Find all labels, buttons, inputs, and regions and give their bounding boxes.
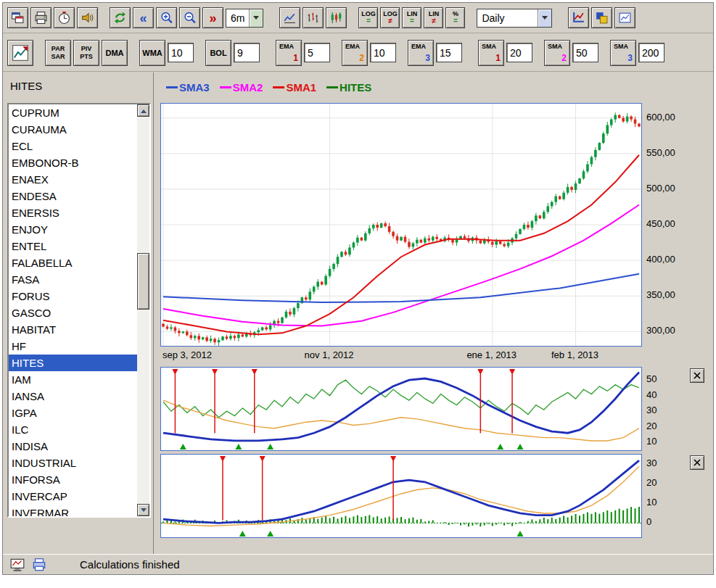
list-item[interactable]: FALABELLA [9, 254, 137, 271]
sma2-period-input[interactable] [572, 43, 598, 62]
list-item[interactable]: ECL [9, 138, 137, 154]
zoom-out-button[interactable] [179, 7, 200, 28]
list-item[interactable]: ENERSIS [9, 204, 137, 221]
scale-sub-label: ≠ [432, 17, 436, 25]
percent-scale-button[interactable]: % = [445, 7, 465, 28]
list-item[interactable]: ILC [9, 421, 137, 438]
bollinger-period-input[interactable] [234, 43, 260, 62]
bollinger-button[interactable]: BOL [205, 40, 231, 66]
close-indicator2-button[interactable] [690, 455, 704, 470]
axis-tick-label: 450,00 [646, 218, 675, 229]
monitor-icon [9, 557, 25, 573]
legend-item: HITES [326, 81, 371, 94]
list-item[interactable]: FASA [9, 271, 137, 288]
indicator-window-button[interactable] [568, 7, 589, 28]
ema1-button[interactable]: EMA 1 [276, 40, 302, 66]
axis-tick-label: 10 [646, 436, 657, 447]
wma-period-input[interactable] [168, 43, 194, 62]
print-button[interactable] [30, 7, 52, 28]
list-item[interactable]: EMBONOR-B [9, 154, 137, 171]
list-item[interactable]: IAM [9, 371, 137, 388]
axis-tick-label: nov 1, 2012 [305, 349, 354, 360]
log-scale-notequal-button[interactable]: LOG ≠ [380, 7, 400, 28]
color-settings-button[interactable] [591, 7, 612, 28]
list-item[interactable]: ENJOY [9, 221, 137, 238]
wma-button[interactable]: WMA [139, 40, 165, 66]
list-item[interactable]: INVERMAR [9, 505, 137, 516]
down-arrow-icon [141, 508, 147, 515]
refresh-button[interactable] [110, 7, 131, 28]
main-price-chart[interactable] [160, 103, 642, 347]
indicator1-chart[interactable] [160, 367, 642, 451]
ohlc-chart-icon [306, 11, 320, 25]
list-item[interactable]: HITES [9, 355, 137, 371]
sound-button[interactable] [77, 7, 98, 28]
list-scrollbar[interactable] [137, 104, 149, 516]
sma3-period-input[interactable] [638, 43, 664, 62]
list-item[interactable]: INFORSA [9, 471, 137, 488]
list-item[interactable]: ENDESA [9, 188, 137, 204]
scale-sub-label: ≠ [388, 17, 392, 25]
axis-tick-label: 500,00 [646, 183, 675, 194]
bar-chart-button[interactable] [303, 7, 324, 28]
list-item[interactable]: FORUS [9, 288, 137, 305]
indicator2-chart[interactable] [160, 454, 642, 538]
close-indicator1-button[interactable] [690, 368, 704, 383]
log-scale-equal-button[interactable]: LOG = [358, 7, 378, 28]
scroll-right-button[interactable]: » [202, 7, 223, 28]
frequency-combobox[interactable]: Daily [477, 9, 552, 28]
period-combobox[interactable]: 6m [226, 9, 263, 28]
scroll-left-button[interactable]: « [133, 7, 154, 28]
symbol-list: CUPRUMCURAUMAECLEMBONOR-BENAEXENDESAENER… [9, 104, 137, 516]
list-item[interactable]: IANSA [9, 388, 137, 405]
list-item[interactable]: INDISA [9, 438, 137, 455]
list-item[interactable]: CUPRUM [9, 104, 137, 121]
list-item[interactable]: ENTEL [9, 238, 137, 254]
sma3-button[interactable]: SMA 3 [610, 40, 636, 66]
chart-style-button[interactable] [614, 7, 635, 28]
list-item[interactable]: HABITAT [9, 321, 137, 338]
sma1-period-input[interactable] [506, 43, 532, 62]
zoom-in-button[interactable] [156, 7, 177, 28]
candlestick-button[interactable] [326, 7, 347, 28]
timer-button[interactable] [54, 7, 75, 28]
axis-tick-label: 20 [646, 421, 657, 431]
parabolic-sar-button[interactable]: PAR SAR [45, 40, 71, 66]
line-chart-button[interactable] [279, 7, 300, 28]
sma2-button[interactable]: SMA 2 [544, 40, 570, 66]
list-item[interactable]: INDUSTRIAL [9, 455, 137, 471]
ema2-period-input[interactable] [370, 43, 396, 62]
line-chart-icon [283, 11, 297, 25]
ema1-period-input[interactable] [304, 43, 330, 62]
list-item[interactable]: CURAUMA [9, 121, 137, 138]
dma-button[interactable]: DMA [102, 40, 128, 66]
list-item[interactable]: IGPA [9, 405, 137, 421]
symbol-listbox[interactable]: CUPRUMCURAUMAECLEMBONOR-BENAEXENDESAENER… [7, 103, 151, 518]
ema3-period-input[interactable] [436, 43, 462, 62]
list-item[interactable]: HF [9, 338, 137, 355]
list-item[interactable]: ENAEX [9, 171, 137, 188]
pivot-points-button[interactable]: PIV PTS [73, 40, 99, 66]
lin-scale-notequal-button[interactable]: LIN ≠ [424, 7, 443, 28]
print-report-button[interactable] [30, 556, 48, 573]
refresh-icon [113, 11, 127, 25]
frequency-dropdown-button[interactable] [538, 9, 551, 27]
pattern-scan-button[interactable] [7, 40, 33, 66]
new-window-button[interactable] [7, 7, 28, 28]
period-dropdown-button[interactable] [249, 9, 263, 27]
scrollbar-thumb[interactable] [137, 253, 149, 310]
candlestick-icon [329, 11, 343, 25]
sma1-button[interactable]: SMA 1 [478, 40, 504, 66]
list-item[interactable]: GASCO [9, 305, 137, 321]
windows-icon [11, 11, 25, 25]
ema2-button[interactable]: EMA 2 [342, 40, 368, 66]
scroll-down-button[interactable] [137, 504, 149, 516]
list-item[interactable]: INVERCAP [9, 488, 137, 505]
legend-item: SMA1 [273, 81, 316, 94]
sma1-number: 1 [482, 53, 501, 63]
scale-sub-label: = [366, 17, 371, 25]
ema3-button[interactable]: EMA 3 [408, 40, 434, 66]
snapshot-button[interactable] [9, 556, 26, 573]
scroll-up-button[interactable] [137, 104, 149, 117]
lin-scale-equal-button[interactable]: LIN = [402, 7, 421, 28]
